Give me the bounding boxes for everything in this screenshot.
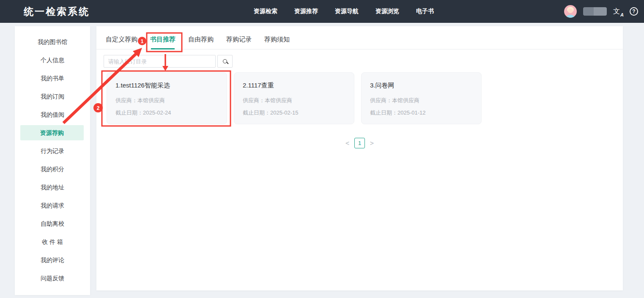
avatar-face bbox=[568, 9, 573, 13]
translate-icon-latin: A bbox=[620, 12, 624, 17]
sidebar-item-my-borrowing[interactable]: 我的借阅 bbox=[15, 106, 90, 124]
tab-free-recommend[interactable]: 自由荐购 bbox=[188, 30, 214, 49]
sidebar-item-my-comments[interactable]: 我的评论 bbox=[15, 251, 90, 269]
sidebar-item-self-service-leave[interactable]: 自助离校 bbox=[15, 215, 90, 233]
translate-icon-zh: 文 bbox=[613, 8, 620, 15]
tab-booklist-recommend[interactable]: 书目推荐 bbox=[150, 30, 175, 49]
sidebar-item-inbox[interactable]: 收 件 箱 bbox=[15, 233, 90, 251]
nav-item-ebook[interactable]: 电子书 bbox=[416, 8, 434, 15]
sidebar-item-resource-recommendation[interactable]: 资源荐购 bbox=[20, 125, 84, 140]
help-icon[interactable]: ? bbox=[630, 7, 638, 16]
tab-bar: 自定义荐购 书目推荐 自由荐购 荐购记录 荐购须知 bbox=[96, 26, 623, 49]
catalog-card-1[interactable]: 1.test1126智能采选 供应商：本馆供应商 截止日期：2025-02-24 bbox=[107, 72, 227, 124]
search-button[interactable] bbox=[217, 55, 233, 68]
nav-item-resource-search[interactable]: 资源检索 bbox=[254, 8, 277, 15]
tab-recommend-records[interactable]: 荐购记录 bbox=[226, 30, 252, 49]
sidebar-item-my-requests[interactable]: 我的请求 bbox=[15, 197, 90, 215]
translate-icon[interactable]: 文 A bbox=[613, 6, 623, 16]
sidebar-item-my-booklist[interactable]: 我的书单 bbox=[15, 69, 90, 87]
nav-item-resource-browse[interactable]: 资源浏览 bbox=[375, 8, 399, 15]
nav-item-resource-navigation[interactable]: 资源导航 bbox=[335, 8, 359, 15]
card-deadline: 截止日期：2025-02-15 bbox=[243, 107, 347, 119]
content-panel: 自定义荐购 书目推荐 自由荐购 荐购记录 荐购须知 1.test1126智能采选… bbox=[96, 26, 623, 290]
sidebar-item-personal-info[interactable]: 个人信息 bbox=[15, 51, 90, 69]
tab-custom-recommend[interactable]: 自定义荐购 bbox=[106, 30, 137, 49]
next-page-button[interactable]: > bbox=[370, 139, 374, 147]
card-deadline: 截止日期：2025-02-24 bbox=[115, 107, 220, 119]
search-input[interactable] bbox=[104, 55, 216, 68]
pagination: < 1 > bbox=[96, 138, 623, 148]
sidebar: 我的图书馆 个人信息 我的书单 我的订阅 我的借阅 资源荐购 行为记录 我的积分… bbox=[15, 26, 90, 295]
avatar[interactable] bbox=[564, 5, 577, 18]
search-icon bbox=[223, 59, 227, 63]
nav-item-resource-recommend[interactable]: 资源推荐 bbox=[294, 8, 318, 15]
prev-page-button[interactable]: < bbox=[345, 139, 349, 147]
catalog-card-2[interactable]: 2.1117查重 供应商：本馆供应商 截止日期：2025-02-15 bbox=[234, 72, 354, 124]
sidebar-item-my-points[interactable]: 我的积分 bbox=[15, 160, 90, 178]
help-icon-glyph: ? bbox=[632, 8, 635, 14]
card-supplier: 供应商：本馆供应商 bbox=[115, 94, 220, 107]
catalog-card-3[interactable]: 3.问卷网 供应商：本馆供应商 截止日期：2025-01-12 bbox=[361, 72, 482, 124]
topbar: 统一检索系统 资源检索 资源推荐 资源导航 资源浏览 电子书 文 A ? bbox=[0, 0, 644, 23]
card-title: 3.问卷网 bbox=[370, 82, 474, 90]
card-title: 1.test1126智能采选 bbox=[115, 82, 220, 90]
main-nav: 资源检索 资源推荐 资源导航 资源浏览 电子书 bbox=[254, 0, 434, 23]
tab-recommend-notice[interactable]: 荐购须知 bbox=[264, 30, 290, 49]
user-area: 文 A ? bbox=[564, 0, 638, 23]
username-redacted[interactable] bbox=[583, 7, 607, 16]
card-supplier: 供应商：本馆供应商 bbox=[370, 94, 474, 107]
sidebar-item-feedback[interactable]: 问题反馈 bbox=[15, 269, 90, 287]
recommendation-cards: 1.test1126智能采选 供应商：本馆供应商 截止日期：2025-02-24… bbox=[107, 72, 623, 124]
search-row bbox=[104, 55, 623, 68]
card-deadline: 截止日期：2025-01-12 bbox=[370, 107, 474, 119]
page-number[interactable]: 1 bbox=[354, 138, 365, 148]
app-logo: 统一检索系统 bbox=[24, 5, 90, 18]
sidebar-item-behavior-records[interactable]: 行为记录 bbox=[15, 142, 90, 160]
avatar-body bbox=[566, 15, 575, 18]
sidebar-item-my-address[interactable]: 我的地址 bbox=[15, 178, 90, 197]
sidebar-item-my-subscription[interactable]: 我的订阅 bbox=[15, 87, 90, 106]
sidebar-item-my-library[interactable]: 我的图书馆 bbox=[15, 33, 90, 51]
card-supplier: 供应商：本馆供应商 bbox=[243, 94, 347, 107]
card-title: 2.1117查重 bbox=[243, 82, 347, 90]
